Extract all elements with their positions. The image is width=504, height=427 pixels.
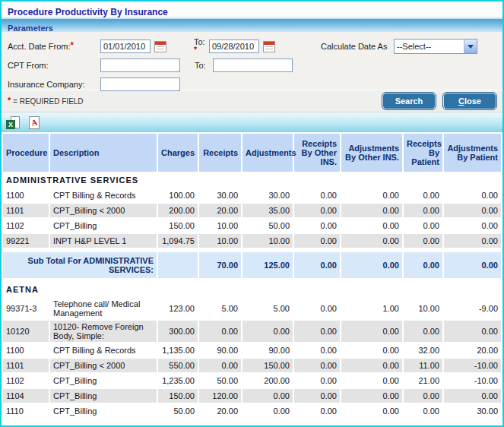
table-cell: 10.00 [199, 234, 241, 248]
table-cell: 5.00 [199, 298, 241, 319]
table-cell: 0.00 [294, 188, 340, 202]
table-cell: 1,235.00 [158, 374, 198, 387]
table-cell: 1101 [3, 204, 49, 217]
table-row: 1104CPT_Billing150.00120.000.000.000.000… [3, 389, 501, 403]
parameters-form: Acct. Date From:* To: * Calculate Date A… [2, 32, 502, 90]
table-cell: 10120- Remove Foreign Body, Simple: [50, 321, 157, 342]
column-header: Adjustments By Other INS. [341, 134, 402, 172]
acct-date-to-input[interactable] [209, 40, 259, 53]
table-cell: CPT Billing & Records [50, 343, 157, 357]
table-cell: 0.00 [444, 321, 501, 342]
cpt-from-label: CPT From: [8, 61, 100, 70]
table-cell: Telephone call/ Medical Management [50, 298, 157, 319]
table-cell: 0.00 [341, 359, 402, 372]
table-row: 1110CPT_Billing50.0020.000.000.000.000.0… [3, 404, 501, 418]
table-row: 1012010120- Remove Foreign Body, Simple:… [3, 321, 501, 342]
search-button[interactable]: Search [382, 93, 436, 109]
table-row: 1102CPT_Billing1,235.0050.00200.000.000.… [3, 374, 501, 387]
column-header: Description [50, 134, 157, 172]
required-field-note: * = REQUIRED FIELD [8, 97, 84, 106]
table-cell: 20.00 [199, 404, 241, 418]
table-cell: 0.00 [404, 204, 442, 217]
table-cell: 0.00 [294, 374, 340, 387]
table-cell: 0.00 [294, 321, 340, 342]
table-cell: 150.00 [158, 219, 198, 232]
chevron-down-icon[interactable] [464, 40, 477, 53]
table-cell: 123.00 [158, 298, 198, 319]
calendar-icon[interactable] [154, 41, 166, 52]
table-cell: 0.00 [404, 321, 442, 342]
procedure-productivity-window: Procedure Productivity By Insurance Para… [0, 0, 504, 427]
table-cell: 0.00 [341, 404, 402, 418]
group-header-row: AETNA [3, 283, 501, 296]
table-cell: 0.00 [294, 404, 340, 418]
table-cell: 0.00 [444, 234, 501, 248]
table-cell: 10.00 [199, 219, 241, 232]
export-toolbar: X A [2, 112, 502, 132]
required-asterisk: * [71, 40, 74, 49]
table-cell: 125.00 [242, 252, 293, 278]
table-cell: 50.00 [242, 219, 293, 232]
table-cell: 550.00 [158, 359, 198, 372]
column-header: Receipts By Patient [404, 134, 442, 172]
calculate-date-as-select[interactable]: --Select-- [394, 39, 477, 54]
calendar-icon[interactable] [263, 41, 275, 52]
table-cell: -10.00 [444, 374, 501, 387]
table-cell: 30.00 [199, 188, 241, 202]
table-cell: 0.00 [242, 389, 293, 403]
table-cell: CPT Billing & Records [50, 188, 157, 202]
column-header: Adjustments By Patient [444, 134, 501, 172]
group-header-label: AETNA [3, 283, 501, 296]
action-bar: * = REQUIRED FIELD Search Close [2, 90, 502, 112]
table-cell: 30.00 [242, 188, 293, 202]
group-header-row: ADMINISTRATIVE SERVICES [3, 173, 501, 187]
date-to-label: To: * [194, 37, 209, 55]
table-cell: 20.00 [199, 204, 241, 217]
table-cell: 0.00 [444, 252, 501, 278]
table-cell: 0.00 [341, 321, 402, 342]
table-cell: -10.00 [444, 359, 501, 372]
table-cell: 0.00 [341, 252, 402, 278]
cpt-to-input[interactable] [213, 59, 293, 72]
table-cell: 100.00 [158, 188, 198, 202]
table-cell: 50.00 [199, 374, 241, 387]
spacer-row [3, 280, 501, 281]
table-cell: 1104 [3, 389, 49, 403]
export-to-excel-icon[interactable]: X [6, 116, 20, 129]
insurance-company-input[interactable] [100, 77, 180, 91]
table-cell [158, 252, 198, 278]
table-cell: 0.00 [404, 252, 442, 278]
table-row: 1101CPT_Billing < 2000550.000.00150.000.… [3, 359, 501, 372]
table-row: 1100CPT Billing & Records1,135.0090.0090… [3, 343, 501, 357]
column-header: Adjustments [242, 134, 293, 172]
table-cell: 0.00 [404, 404, 442, 418]
table-cell: CPT_Billing [50, 389, 157, 403]
table-cell: 32.00 [404, 343, 442, 357]
close-button[interactable]: Close [443, 93, 496, 109]
table-cell: 1110 [3, 404, 49, 418]
table-cell: 0.00 [341, 343, 402, 357]
table-cell: 200.00 [242, 374, 293, 387]
subtotal-row: Sub Total For ADMINISTRATIVE SERVICES:70… [3, 252, 501, 278]
table-cell: 20.00 [444, 343, 501, 357]
cpt-from-input[interactable] [100, 59, 180, 72]
export-to-pdf-icon[interactable]: A [29, 116, 40, 129]
table-cell: 0.00 [294, 343, 340, 357]
table-cell: 0.00 [294, 298, 340, 319]
table-cell: 1102 [3, 374, 49, 387]
table-cell: 0.00 [404, 219, 442, 232]
results-area: X A ProcedureDescriptionChargesReceiptsA… [2, 112, 502, 419]
table-cell: 1,135.00 [158, 343, 198, 357]
table-cell: 0.00 [341, 188, 402, 202]
group-header-label: ADMINISTRATIVE SERVICES [3, 173, 501, 187]
table-cell: CPT_Billing [50, 374, 157, 387]
acct-date-from-input[interactable] [100, 40, 151, 53]
table-cell: 11.00 [404, 359, 442, 372]
table-cell: 10.00 [242, 234, 293, 248]
report-table-head: ProcedureDescriptionChargesReceiptsAdjus… [3, 134, 501, 172]
table-cell: 30.00 [444, 404, 501, 418]
table-cell: 21.00 [404, 374, 442, 387]
select-value: --Select-- [395, 42, 431, 51]
table-cell: 5.00 [242, 298, 293, 319]
table-cell: 99221 [3, 234, 49, 248]
